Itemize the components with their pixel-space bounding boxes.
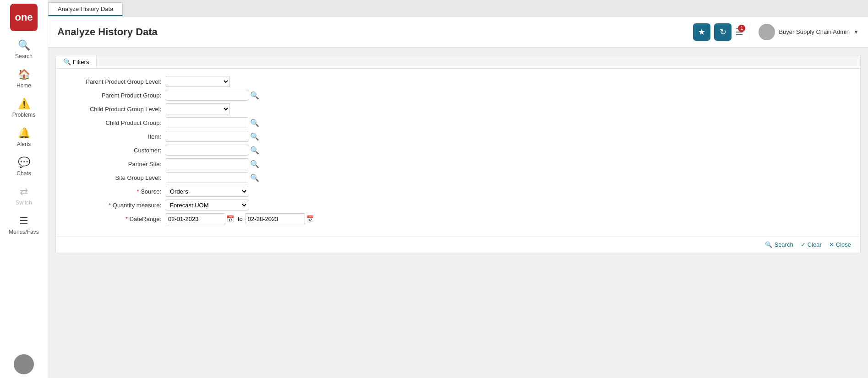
parent-product-group-input[interactable]	[166, 90, 248, 101]
customer-lookup-button[interactable]: 🔍	[248, 146, 261, 155]
tab-analyze-history[interactable]: Analyze History Data	[48, 2, 123, 16]
filter-row-customer: Customer: 🔍	[65, 145, 851, 156]
sidebar-bottom	[0, 354, 48, 378]
calendar-from-icon: 📅	[226, 215, 234, 222]
header-actions: ★ ↻ ☰ 1 Buyer Supply Chain Admin ▼	[693, 23, 859, 41]
filter-row-ppgl: Parent Product Group Level:	[65, 76, 851, 87]
site-group-level-label: Site Group Level:	[65, 174, 166, 181]
partner-site-input[interactable]	[166, 158, 248, 169]
date-to-input[interactable]	[246, 213, 305, 224]
item-lookup-icon: 🔍	[250, 133, 259, 140]
parent-product-group-label: Parent Product Group:	[65, 92, 166, 99]
filter-row-ppg: Parent Product Group: 🔍	[65, 90, 851, 101]
date-range-label: DateRange:	[65, 216, 166, 222]
filter-row-partner-site: Partner Site: 🔍	[65, 158, 851, 169]
date-from-input[interactable]	[166, 213, 225, 224]
date-separator: to	[238, 216, 243, 222]
main-content: Analyze History Data Analyze History Dat…	[48, 0, 868, 378]
filter-row-item: Item: 🔍	[65, 131, 851, 142]
item-input[interactable]	[166, 131, 248, 142]
star-icon: ★	[698, 27, 705, 37]
filters-tab-bar: 🔍 Filters	[56, 55, 860, 69]
site-group-level-input[interactable]	[166, 172, 248, 183]
filters-body: Parent Product Group Level: Parent Produ…	[56, 69, 860, 236]
notification-button[interactable]: ☰ 1	[735, 27, 743, 38]
sidebar-item-search[interactable]: 🔍 Search	[0, 35, 48, 64]
chats-icon: 💬	[18, 157, 30, 168]
close-link[interactable]: ✕ Close	[829, 241, 851, 248]
close-action-icon: ✕	[829, 241, 834, 248]
filter-row-sgl: Site Group Level: 🔍	[65, 172, 851, 183]
site-group-level-lookup-button[interactable]: 🔍	[248, 173, 261, 182]
favorite-button[interactable]: ★	[693, 23, 710, 41]
page-title: Analyze History Data	[57, 26, 693, 38]
partner-site-lookup-button[interactable]: 🔍	[248, 160, 261, 168]
source-select[interactable]: Orders Forecast History	[166, 186, 248, 197]
parent-product-group-lookup-button[interactable]: 🔍	[248, 91, 261, 100]
chevron-down-icon: ▼	[853, 29, 859, 35]
parent-product-group-level-select[interactable]	[166, 76, 230, 87]
item-lookup-button[interactable]: 🔍	[248, 132, 261, 141]
sidebar-item-chats[interactable]: 💬 Chats	[0, 152, 48, 181]
calendar-to-icon: 📅	[306, 215, 314, 222]
sidebar-item-home[interactable]: 🏠 Home	[0, 64, 48, 93]
customer-label: Customer:	[65, 147, 166, 154]
quantity-measure-label: Quantity measure:	[65, 202, 166, 209]
filter-search-icon: 🔍	[63, 58, 71, 65]
filter-row-cpgl: Child Product Group Level:	[65, 103, 851, 114]
child-product-group-lookup-button[interactable]: 🔍	[248, 119, 261, 127]
lookup-icon: 🔍	[250, 92, 259, 99]
partner-site-lookup-icon: 🔍	[250, 160, 259, 168]
alerts-icon: 🔔	[18, 127, 30, 139]
filters-footer: 🔍 Search ✓ Clear ✕ Close	[56, 236, 860, 253]
sidebar-item-switch[interactable]: ⇄ Switch	[0, 181, 48, 211]
child-product-group-level-select[interactable]	[166, 103, 230, 114]
search-icon: 🔍	[18, 39, 30, 51]
filter-row-quantity: Quantity measure: Forecast UOM Item UOM …	[65, 200, 851, 211]
sidebar-user-avatar[interactable]	[14, 354, 34, 374]
problems-icon: ⚠️	[18, 98, 30, 110]
refresh-button[interactable]: ↻	[714, 23, 732, 41]
lookup-icon-2: 🔍	[250, 119, 259, 127]
user-info[interactable]: Buyer Supply Chain Admin ▼	[759, 24, 859, 40]
item-label: Item:	[65, 133, 166, 140]
refresh-icon: ↻	[720, 27, 726, 37]
filters-tab[interactable]: 🔍 Filters	[56, 55, 97, 68]
clear-link[interactable]: ✓ Clear	[801, 241, 822, 248]
clear-action-icon: ✓	[801, 241, 806, 248]
quantity-measure-select[interactable]: Forecast UOM Item UOM Base UOM	[166, 200, 248, 211]
filter-row-cpg: Child Product Group: 🔍	[65, 117, 851, 128]
partner-site-label: Partner Site:	[65, 161, 166, 167]
user-avatar	[759, 24, 775, 40]
filter-row-source: Source: Orders Forecast History	[65, 186, 851, 197]
header: Analyze History Data ★ ↻ ☰ 1 Buyer Suppl…	[48, 16, 868, 48]
parent-product-group-level-label: Parent Product Group Level:	[65, 78, 166, 85]
notification-badge: 1	[738, 25, 745, 32]
child-product-group-input[interactable]	[166, 117, 248, 128]
content-area: 🔍 Filters Parent Product Group Level: Pa…	[48, 48, 868, 378]
header-divider	[751, 24, 751, 40]
source-label: Source:	[65, 188, 166, 195]
user-name: Buyer Supply Chain Admin	[779, 28, 850, 35]
sidebar-item-alerts[interactable]: 🔔 Alerts	[0, 123, 48, 152]
sidebar-item-problems[interactable]: ⚠️ Problems	[0, 93, 48, 123]
menus-icon: ☰	[19, 215, 28, 227]
date-to-calendar-button[interactable]: 📅	[305, 215, 315, 222]
child-product-group-level-label: Child Product Group Level:	[65, 106, 166, 113]
customer-lookup-icon: 🔍	[250, 146, 259, 154]
search-link[interactable]: 🔍 Search	[765, 241, 793, 248]
search-action-icon: 🔍	[765, 241, 772, 248]
site-group-level-lookup-icon: 🔍	[250, 174, 259, 182]
filters-panel: 🔍 Filters Parent Product Group Level: Pa…	[55, 55, 861, 253]
app-logo[interactable]: one	[10, 4, 38, 31]
sidebar-item-menus[interactable]: ☰ Menus/Favs	[0, 211, 48, 240]
switch-icon: ⇄	[20, 186, 28, 198]
customer-input[interactable]	[166, 145, 248, 156]
date-from-calendar-button[interactable]: 📅	[225, 215, 235, 222]
sidebar: one 🔍 Search 🏠 Home ⚠️ Problems 🔔 Alerts…	[0, 0, 48, 378]
home-icon: 🏠	[18, 69, 30, 81]
filter-row-date-range: DateRange: 📅 to 📅	[65, 213, 851, 224]
child-product-group-label: Child Product Group:	[65, 119, 166, 126]
tab-bar: Analyze History Data	[48, 0, 868, 16]
